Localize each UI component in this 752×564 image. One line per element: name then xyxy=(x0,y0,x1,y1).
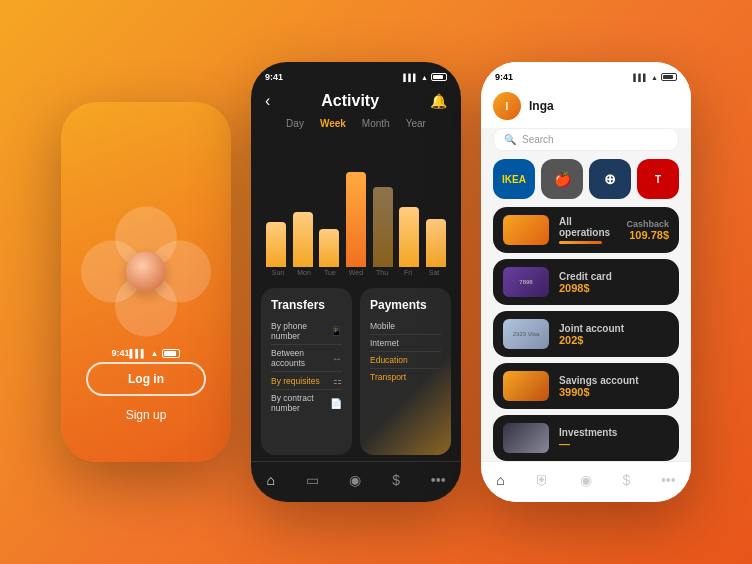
bar-thu-value xyxy=(373,187,393,267)
label-mon: Mon xyxy=(291,269,317,276)
phone-dashboard: 9:41 ▌▌▌ ▲ I Inga 🔍 Search IKEA 🍎 ⊕ T Al… xyxy=(481,62,691,502)
activity-tabs: Day Week Month Year xyxy=(251,114,461,137)
card-credit[interactable]: 7898 Credit card 2098$ xyxy=(493,259,679,305)
p2-action-cards: Transfers By phone number 📱 Between acco… xyxy=(251,282,461,461)
thumb-savings xyxy=(503,371,549,401)
merchant-vw[interactable]: ⊕ xyxy=(589,159,631,199)
bar-mon xyxy=(292,212,315,267)
payment-mobile-label: Mobile xyxy=(370,321,395,331)
requisites-icon: ⚏ xyxy=(333,375,342,386)
card-amount-invest: — xyxy=(559,438,669,450)
card-info-joint: Joint account 202$ xyxy=(559,323,669,346)
tab-year[interactable]: Year xyxy=(406,118,426,129)
contract-icon: 📄 xyxy=(330,398,342,409)
payments-card: Payments Mobile Internet Education Trans… xyxy=(360,288,451,455)
transfer-item-contract[interactable]: By contract number 📄 xyxy=(271,390,342,416)
transfer-contract-label: By contract number xyxy=(271,393,330,413)
p2-nav-card[interactable]: ▭ xyxy=(306,472,319,488)
card-all-ops[interactable]: All operations Cashback109.78$ xyxy=(493,207,679,253)
payment-internet-label: Internet xyxy=(370,338,399,348)
card-name-credit: Credit card xyxy=(559,271,669,282)
thumb-invest xyxy=(503,423,549,453)
bar-fri xyxy=(398,207,421,267)
p3-nav-shield[interactable]: ⛨ xyxy=(535,472,549,488)
status-bar-2: 9:41 ▌▌▌ ▲ xyxy=(251,62,461,86)
time-3: 9:41 xyxy=(495,72,513,82)
activity-header: ‹ Activity 🔔 xyxy=(251,86,461,114)
card-savings[interactable]: Savings account 3990$ xyxy=(493,363,679,409)
transfer-req-label: By requisites xyxy=(271,376,320,386)
transfers-title: Transfers xyxy=(271,298,342,312)
user-avatar: I xyxy=(493,92,521,120)
card-name-all: All operations xyxy=(559,216,616,238)
card-amount-credit: 2098$ xyxy=(559,282,669,294)
label-sun: Sun xyxy=(265,269,291,276)
bar-wed xyxy=(345,172,368,267)
center-circle xyxy=(126,252,166,292)
p3-nav-home[interactable]: ⌂ xyxy=(496,472,504,488)
thumb-all-ops xyxy=(503,215,549,245)
p3-nav-more[interactable]: ••• xyxy=(661,472,676,488)
p3-nav-person[interactable]: ◉ xyxy=(580,472,592,488)
payment-education-label: Education xyxy=(370,355,408,365)
transfer-icon: ↔ xyxy=(332,353,342,364)
card-investments[interactable]: Investments — xyxy=(493,415,679,461)
payment-transport-label: Transport xyxy=(370,372,406,382)
bar-sun xyxy=(265,222,288,267)
transfer-item-phone[interactable]: By phone number 📱 xyxy=(271,318,342,345)
transfers-card: Transfers By phone number 📱 Between acco… xyxy=(261,288,352,455)
bar-wed-value xyxy=(346,172,366,267)
phone-activity: 9:41 ▌▌▌ ▲ ‹ Activity 🔔 Day Week Month Y… xyxy=(251,62,461,502)
bar-fri-value xyxy=(399,207,419,267)
phone-login: 9:41 ▌▌▌ ▲ Log in Sign up xyxy=(61,102,231,462)
p3-header: I Inga xyxy=(481,88,691,128)
tab-month[interactable]: Month xyxy=(362,118,390,129)
bar-sat xyxy=(424,219,447,267)
payment-item-education[interactable]: Education xyxy=(370,352,441,369)
status-bar-3: 9:41 ▌▌▌ ▲ xyxy=(481,62,691,88)
chart-labels: Sun Mon Tue Wed Thu Fri Sat xyxy=(251,267,461,282)
merchant-apple[interactable]: 🍎 xyxy=(541,159,583,199)
signup-text[interactable]: Sign up xyxy=(126,408,167,422)
bar-mon-value xyxy=(293,212,313,267)
p2-navbar: ⌂ ▭ ◉ $ ••• xyxy=(251,461,461,502)
activity-chart xyxy=(251,137,461,267)
login-button[interactable]: Log in xyxy=(86,362,206,396)
card-info-credit: Credit card 2098$ xyxy=(559,271,669,294)
cashback-label: Cashback109.78$ xyxy=(626,219,669,241)
time-2: 9:41 xyxy=(265,72,283,82)
p2-nav-home[interactable]: ⌂ xyxy=(266,472,274,488)
ops-bar xyxy=(559,241,602,244)
tab-week[interactable]: Week xyxy=(320,118,346,129)
merchant-ikea[interactable]: IKEA xyxy=(493,159,535,199)
bar-tue xyxy=(318,229,341,267)
label-tue: Tue xyxy=(317,269,343,276)
p2-nav-dollar[interactable]: $ xyxy=(392,472,400,488)
merchant-tesla[interactable]: T xyxy=(637,159,679,199)
card-info-invest: Investments — xyxy=(559,427,669,450)
bell-icon[interactable]: 🔔 xyxy=(430,93,447,109)
payment-item-transport[interactable]: Transport xyxy=(370,369,441,385)
phone-icon: 📱 xyxy=(330,326,342,337)
card-joint[interactable]: 2323 Visa Joint account 202$ xyxy=(493,311,679,357)
label-fri: Fri xyxy=(395,269,421,276)
card-info-savings: Savings account 3990$ xyxy=(559,375,669,398)
search-bar[interactable]: 🔍 Search xyxy=(493,128,679,151)
p3-nav-dollar[interactable]: $ xyxy=(623,472,631,488)
payments-title: Payments xyxy=(370,298,441,312)
card-info-all: All operations xyxy=(559,216,616,244)
transfer-item-requisites[interactable]: By requisites ⚏ xyxy=(271,372,342,390)
p2-nav-more[interactable]: ••• xyxy=(431,472,446,488)
payment-item-internet[interactable]: Internet xyxy=(370,335,441,352)
user-name: Inga xyxy=(529,99,554,113)
card-name-savings: Savings account xyxy=(559,375,669,386)
thumb-joint: 2323 Visa xyxy=(503,319,549,349)
merchant-icons-row: IKEA 🍎 ⊕ T xyxy=(481,159,691,207)
tab-day[interactable]: Day xyxy=(286,118,304,129)
time-1: 9:41 xyxy=(112,348,130,358)
transfer-item-accounts[interactable]: Between accounts ↔ xyxy=(271,345,342,372)
p2-nav-person[interactable]: ◉ xyxy=(349,472,361,488)
bar-thu xyxy=(371,187,394,267)
payment-item-mobile[interactable]: Mobile xyxy=(370,318,441,335)
accounts-list: All operations Cashback109.78$ 7898 Cred… xyxy=(481,207,691,461)
